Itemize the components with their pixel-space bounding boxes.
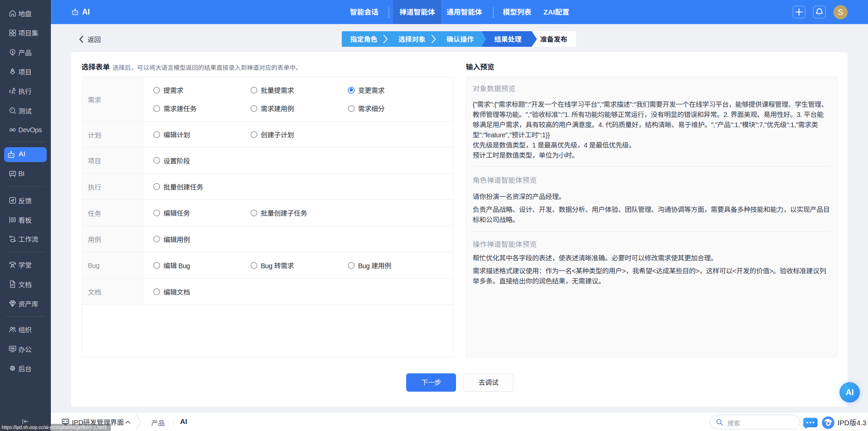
svg-text:选择对象: 选择对象 [398,36,426,43]
svg-text:结果处理: 结果处理 [494,36,521,43]
svg-text:确认操作: 确认操作 [447,36,474,43]
svg-text:指定角色: 指定角色 [350,36,377,43]
svg-text:准备发布: 准备发布 [540,36,567,43]
